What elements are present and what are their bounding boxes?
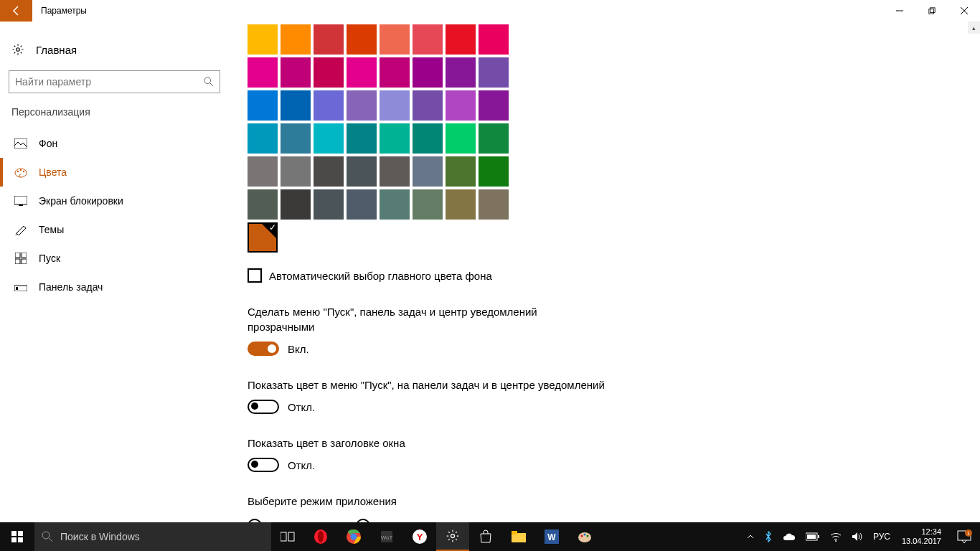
color-swatch[interactable] xyxy=(347,57,377,88)
color-swatch[interactable] xyxy=(248,90,278,121)
color-swatch[interactable] xyxy=(347,90,377,121)
taskbar-app-wot[interactable]: WoT xyxy=(370,522,403,551)
bluetooth-icon[interactable] xyxy=(760,522,777,551)
sidebar-item-0[interactable]: Фон xyxy=(0,129,222,158)
color-swatch[interactable] xyxy=(380,57,410,88)
clock[interactable]: 12:34 13.04.2017 xyxy=(896,527,947,546)
color-swatch[interactable] xyxy=(479,57,509,88)
mode-light-radio[interactable]: Светлый xyxy=(248,519,313,522)
language-indicator[interactable]: РУС xyxy=(869,522,895,551)
sidebar-item-label: Фон xyxy=(39,138,57,149)
color-swatch[interactable] xyxy=(413,156,443,187)
color-swatch[interactable] xyxy=(281,24,311,55)
svg-text:W: W xyxy=(547,532,556,542)
color-swatch[interactable] xyxy=(248,24,278,55)
color-swatch[interactable] xyxy=(413,57,443,88)
color-swatch[interactable] xyxy=(413,24,443,55)
color-swatch[interactable] xyxy=(314,57,344,88)
color-swatch[interactable] xyxy=(479,24,509,55)
color-swatch[interactable] xyxy=(314,24,344,55)
sidebar-item-2[interactable]: Экран блокировки xyxy=(0,187,222,215)
color-swatch[interactable] xyxy=(314,123,344,154)
show-color-title-state: Откл. xyxy=(288,459,315,471)
color-swatch[interactable] xyxy=(479,90,509,121)
sidebar-item-3[interactable]: Темы xyxy=(0,215,222,244)
svg-rect-40 xyxy=(512,531,517,534)
battery-icon[interactable] xyxy=(801,522,824,551)
color-swatch[interactable] xyxy=(248,123,278,154)
color-swatch[interactable] xyxy=(380,156,410,187)
taskbar-app-paint[interactable] xyxy=(568,522,601,551)
color-swatch[interactable] xyxy=(248,156,278,187)
color-swatch[interactable] xyxy=(281,189,311,220)
color-swatch[interactable] xyxy=(446,57,476,88)
maximize-button[interactable] xyxy=(915,0,948,22)
start-button[interactable] xyxy=(0,522,34,551)
taskbar-app-opera[interactable] xyxy=(304,522,337,551)
color-swatch[interactable] xyxy=(314,156,344,187)
color-swatch[interactable] xyxy=(446,156,476,187)
color-swatch[interactable] xyxy=(380,24,410,55)
show-color-start-toggle[interactable] xyxy=(248,400,279,414)
color-swatch[interactable] xyxy=(347,123,377,154)
color-swatch[interactable] xyxy=(347,156,377,187)
action-center-button[interactable]: 1 xyxy=(948,529,980,545)
mode-dark-radio[interactable]: Темный xyxy=(356,519,416,522)
tray-overflow[interactable] xyxy=(743,522,758,551)
search-icon xyxy=(42,531,53,542)
mode-dark-label: Темный xyxy=(377,520,416,523)
wifi-icon[interactable] xyxy=(826,522,846,551)
search-field[interactable] xyxy=(15,76,204,88)
category-label: Персонализация xyxy=(0,106,222,129)
color-swatch[interactable] xyxy=(314,189,344,220)
volume-icon[interactable] xyxy=(847,522,867,551)
taskbar-app-yandex[interactable]: Y xyxy=(403,522,436,551)
color-swatch[interactable] xyxy=(281,57,311,88)
color-swatch[interactable] xyxy=(380,123,410,154)
color-swatch[interactable] xyxy=(413,123,443,154)
taskbar-app-explorer[interactable] xyxy=(502,522,535,551)
color-swatch[interactable] xyxy=(281,156,311,187)
close-button[interactable] xyxy=(948,0,980,22)
search-input[interactable] xyxy=(9,70,220,93)
color-swatch[interactable] xyxy=(248,189,278,220)
color-swatch[interactable] xyxy=(314,90,344,121)
color-swatch[interactable] xyxy=(413,189,443,220)
color-swatch[interactable] xyxy=(380,90,410,121)
color-swatch[interactable] xyxy=(446,90,476,121)
back-button[interactable] xyxy=(0,0,32,22)
auto-pick-checkbox[interactable]: Автоматический выбор главного цвета фона xyxy=(248,268,980,283)
home-link[interactable]: Главная xyxy=(0,36,222,63)
color-swatch[interactable] xyxy=(347,189,377,220)
color-swatch[interactable] xyxy=(248,57,278,88)
color-swatch[interactable] xyxy=(413,90,443,121)
color-swatch[interactable] xyxy=(479,189,509,220)
sidebar-item-5[interactable]: Панель задач xyxy=(0,273,222,301)
sidebar-item-4[interactable]: Пуск xyxy=(0,244,222,273)
minimize-button[interactable] xyxy=(883,0,915,22)
taskbar-app-word[interactable]: W xyxy=(535,522,568,551)
color-swatch[interactable] xyxy=(347,24,377,55)
show-color-title-toggle[interactable] xyxy=(248,458,279,472)
color-swatch[interactable] xyxy=(446,123,476,154)
svg-point-30 xyxy=(318,531,324,542)
taskbar-search[interactable]: Поиск в Windows xyxy=(34,522,271,551)
taskbar-app-settings[interactable] xyxy=(436,522,469,551)
onedrive-icon[interactable] xyxy=(778,522,800,551)
color-swatch[interactable] xyxy=(479,156,509,187)
color-swatch[interactable] xyxy=(281,90,311,121)
task-view-button[interactable] xyxy=(271,522,304,551)
color-swatch[interactable] xyxy=(446,24,476,55)
clock-date: 13.04.2017 xyxy=(902,537,941,546)
color-swatch[interactable] xyxy=(446,189,476,220)
taskbar-app-store[interactable] xyxy=(469,522,502,551)
svg-point-10 xyxy=(17,171,19,172)
transparency-toggle[interactable] xyxy=(248,342,279,356)
color-swatch[interactable] xyxy=(479,123,509,154)
color-swatch[interactable] xyxy=(380,189,410,220)
sidebar-item-1[interactable]: Цвета xyxy=(0,158,222,187)
color-swatch[interactable] xyxy=(281,123,311,154)
taskbar-app-chrome[interactable] xyxy=(337,522,370,551)
custom-color-swatch[interactable]: ✓ xyxy=(248,222,278,253)
home-label: Главная xyxy=(36,44,77,56)
